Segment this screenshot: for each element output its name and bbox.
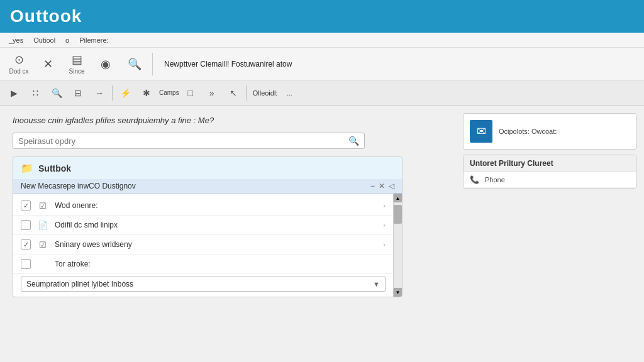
toolbar-btn-since[interactable]: ▤ Since [63, 50, 91, 78]
item-arrow-1: › [383, 202, 386, 209]
toolbar-btn-dod[interactable]: ⊙ Dod cx [5, 50, 33, 78]
scroll-down-btn[interactable]: ▼ [394, 288, 402, 297]
envelope-icon: ✉ [477, 124, 486, 138]
sec-btn-play[interactable]: ▶ [4, 84, 24, 102]
subbox-items: ✓ ☑ Wod onenre: › 📄 Odifil dc smd linipx… [13, 194, 393, 297]
menu-item-outiool[interactable]: Outiool [30, 35, 59, 45]
subbox-body: ✓ ☑ Wod onenre: › 📄 Odifil dc smd linipx… [13, 194, 402, 297]
menu-item-pilemere[interactable]: Pilemere: [75, 35, 112, 45]
list-item[interactable]: ✓ ☑ Wod onenre: › [13, 196, 393, 216]
toolbar-btn-search[interactable]: 🔍 [121, 50, 148, 78]
item-text-3: Sninary owes wrldseny [55, 240, 377, 249]
phone-icon: 📞 [470, 175, 480, 184]
item-icon-4 [37, 258, 48, 270]
dropdown-arrow-icon: ▼ [373, 280, 380, 288]
doc-icon: ▤ [72, 53, 82, 67]
toolbar-label-text: Newpttver Clemaill! Fostuwanirel atow [164, 60, 292, 69]
check-icon-4 [21, 259, 31, 269]
contact-section: Untoret Priltury Clureet 📞 Phone [463, 155, 636, 189]
sec-separator-1 [112, 85, 113, 101]
submenu-close-icon[interactable]: ✕ [379, 182, 385, 190]
toolbar-label: Newpttver Clemaill! Fostuwanirel atow [162, 60, 639, 69]
search-input[interactable] [18, 136, 348, 146]
subbox-header: 📁 Suttbok [13, 157, 402, 179]
toolbar-btn-dod-label: Dod cx [9, 68, 28, 75]
contact-card: ✉ Ocipolots: Owcoat: [463, 113, 636, 150]
scroll-track [394, 202, 402, 288]
right-panel: ✉ Ocipolots: Owcoat: Untoret Priltury Cl… [455, 106, 644, 362]
sec-btn-arrow[interactable]: → [89, 84, 109, 102]
sec-btn-frame[interactable]: ⊟ [68, 84, 88, 102]
search-submit-icon[interactable]: 🔍 [348, 136, 359, 146]
sec-btn-corner[interactable]: ↖ [223, 84, 243, 102]
sec-text-olleoidl[interactable]: Olleoidl: [249, 88, 282, 98]
toolbar-separator [152, 53, 153, 75]
main-toolbar: ⊙ Dod cx ✕ ▤ Since ◉ 🔍 Newpttver Clemail… [0, 48, 644, 80]
scroll-up-btn[interactable]: ▲ [394, 194, 402, 202]
subbox-submenu: New Mecasrepe inwCO Dustignov − ✕ ◁ [13, 179, 402, 194]
check-icon-2 [21, 220, 31, 230]
scroll-thumb[interactable] [394, 205, 402, 224]
contact-info-text: Ocipolots: Owcoat: [499, 128, 557, 135]
sec-text-more[interactable]: ... [282, 88, 296, 98]
search-icon: 🔍 [128, 57, 142, 71]
title-bar: Outtook [0, 0, 644, 33]
sec-btn-square[interactable]: □ [180, 84, 201, 102]
search-bar: 🔍 [13, 133, 365, 149]
list-item[interactable]: ✓ ☑ Sninary owes wrldseny › [13, 235, 393, 255]
olleoidl-label: Olleoidl: [253, 89, 278, 97]
sec-btn-lightning[interactable]: ⚡ [115, 84, 135, 102]
toolbar-btn-close[interactable]: ✕ [34, 50, 62, 78]
toolbar-btn-since-label: Since [69, 68, 84, 75]
dod-icon: ⊙ [14, 53, 24, 67]
camps-label: Camps [159, 89, 179, 96]
submenu-back-icon[interactable]: ◁ [389, 182, 394, 190]
list-item[interactable]: 📄 Odifil dc smd linipx › [13, 216, 393, 235]
contact-section-header: Untoret Priltury Clureet [464, 155, 636, 172]
item-text-2: Odifil dc smd linipx [55, 221, 377, 229]
item-arrow-3: › [383, 241, 386, 248]
item-text-4: Tor atroke: [55, 260, 386, 268]
item-text-1: Wod onenre: [55, 201, 377, 210]
subbox-header-title: Suttbok [38, 163, 71, 173]
subbox-submenu-title: New Mecasrepe inwCO Dustignov [21, 182, 136, 190]
subbox-submenu-icons: − ✕ ◁ [370, 182, 394, 190]
secondary-toolbar: ▶ ∷ 🔍 ⊟ → ⚡ ✱ Camps □ » ↖ Olleoidl: ... [0, 80, 644, 106]
check-icon-1: ✓ [21, 200, 31, 211]
check-icon-3: ✓ [21, 239, 31, 250]
dropdown-text: Seumpration plinet lyibet Inboss [26, 280, 133, 288]
subbox: 📁 Suttbok New Mecasrepe inwCO Dustignov … [13, 156, 402, 297]
toolbar-btn-circle[interactable]: ◉ [92, 50, 119, 78]
menu-item-yes[interactable]: _yes [5, 35, 27, 45]
subbox-header-icon: 📁 [21, 162, 33, 174]
more-label: ... [286, 89, 292, 97]
item-icon-1: ☑ [37, 200, 48, 211]
contact-section-row: 📞 Phone [464, 172, 636, 188]
subbox-dropdown[interactable]: Seumpration plinet lyibet Inboss ▼ [21, 277, 386, 292]
contact-icon: ✉ [470, 120, 492, 143]
sec-btn-zoom[interactable]: 🔍 [47, 84, 67, 102]
main-content: Inooussе cnin igfadles pfifes seurdpuiem… [0, 106, 644, 362]
item-icon-2: 📄 [37, 219, 48, 231]
menu-item-o[interactable]: o [62, 35, 73, 45]
item-arrow-2: › [383, 221, 386, 229]
search-question: Inooussе cnin igfadles pfifes seurdpuiem… [13, 116, 443, 125]
camps-icon: ✱ [143, 88, 150, 98]
sec-btn-dots[interactable]: ∷ [25, 84, 45, 102]
left-panel: Inooussе cnin igfadles pfifes seurdpuiem… [0, 106, 455, 362]
scrollbar[interactable]: ▲ ▼ [393, 194, 402, 297]
item-icon-3: ☑ [37, 239, 48, 250]
app-title: Outtook [10, 6, 82, 26]
list-item[interactable]: Tor atroke: [13, 255, 393, 274]
sec-btn-camps[interactable]: ✱ [136, 84, 157, 102]
sec-separator-2 [246, 85, 247, 101]
circle-icon: ◉ [101, 57, 111, 71]
close-icon: ✕ [43, 57, 53, 71]
sec-btn-chevrons[interactable]: » [202, 84, 222, 102]
submenu-minimize-icon[interactable]: − [370, 182, 375, 190]
menu-bar: _yes Outiool o Pilemere: [0, 33, 644, 48]
phone-label: Phone [485, 176, 505, 184]
